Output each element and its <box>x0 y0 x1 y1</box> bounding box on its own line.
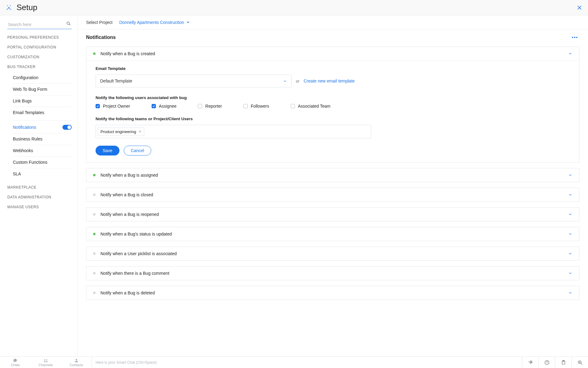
sidebar-cat-bug-tracker[interactable]: BUG TRACKER <box>7 65 72 69</box>
sidebar-cat-manage-users[interactable]: MANAGE USERS <box>7 205 72 209</box>
sidebar-cat-marketplace[interactable]: MARKETPLACE <box>7 185 72 190</box>
channels-icon <box>43 358 48 363</box>
rule-card: Notify when there is a Bug comment <box>86 266 579 280</box>
rule-card: Notify when a Bug is deleted <box>86 286 579 300</box>
search-input[interactable] <box>7 20 72 29</box>
sidebar-item-notifications-label: Notifications <box>13 125 36 130</box>
checkbox-followers[interactable]: Followers <box>243 104 269 109</box>
rule-card-head[interactable]: Notify when there is a Bug comment <box>86 266 579 280</box>
sidebar-item-web-to-bug-form[interactable]: Web To Bug Form <box>13 83 72 95</box>
sidebar-cat-portal[interactable]: PORTAL CONFIGURATION <box>7 45 72 49</box>
status-dot <box>93 292 96 294</box>
rule-card-head[interactable]: Notify when a Bug is assigned <box>86 168 579 182</box>
checkbox-reporter-label: Reporter <box>205 104 222 109</box>
project-selector[interactable]: Donnelly Apartments Construction <box>119 20 190 25</box>
sidebar-cat-personal[interactable]: PERSONAL PREFERENCES <box>7 35 72 40</box>
search-icon[interactable] <box>66 21 71 26</box>
chevron-down-icon <box>568 173 572 177</box>
sidebar-item-sla[interactable]: SLA <box>13 168 72 180</box>
content: Select Project Donnelly Apartments Const… <box>77 15 588 356</box>
create-email-template-link[interactable]: Create new email template <box>304 79 355 83</box>
topbar: Setup <box>0 0 588 15</box>
checkbox-followers-label: Followers <box>251 104 269 109</box>
bottom-tab-chats[interactable]: Chats <box>0 357 31 368</box>
rule-title: Notify when a Bug is assigned <box>100 173 158 178</box>
checkbox-assignee[interactable]: Assignee <box>152 104 177 109</box>
checkbox-project-owner[interactable]: Project Owner <box>96 104 130 109</box>
or-text: or <box>296 79 300 83</box>
help-icon[interactable] <box>538 357 555 368</box>
bug-tracker-items: Configuration Web To Bug Form Link Bugs … <box>13 72 72 180</box>
bottom-tab-contacts[interactable]: Contacts <box>61 357 92 368</box>
chip-remove-icon[interactable] <box>138 130 141 133</box>
teams-chip-input[interactable]: Product engineering <box>96 125 371 138</box>
sidebar-cat-data-administration[interactable]: DATA ADMINISTRATION <box>7 195 72 199</box>
svg-point-2 <box>46 359 47 360</box>
status-dot <box>93 233 96 235</box>
bottom-bar: Chats Channels Contacts Here is your Sma… <box>0 356 588 368</box>
notifications-toggle[interactable] <box>62 125 72 130</box>
status-dot <box>93 252 96 255</box>
chevron-up-icon <box>568 52 572 56</box>
chevron-down-icon <box>568 193 572 197</box>
rule-card: Notify when a Bug's status is updated <box>86 227 579 241</box>
chip-product-engineering: Product engineering <box>98 128 144 136</box>
rule-title: Notify when a Bug is deleted <box>100 290 155 295</box>
rule-title: Notify when a Bug is closed <box>100 192 153 197</box>
chevron-down-icon <box>568 291 572 295</box>
close-icon[interactable] <box>576 5 582 11</box>
checkbox-reporter[interactable]: Reporter <box>198 104 222 109</box>
notify-teams-label: Notify the following teams or Project/Cl… <box>96 117 570 121</box>
rule-card-head[interactable]: Notify when a Bug's status is updated <box>86 227 579 241</box>
checkbox-associated-team[interactable]: Associated Team <box>291 104 330 109</box>
more-menu-icon[interactable]: ••• <box>571 34 579 41</box>
save-button[interactable]: Save <box>96 146 119 155</box>
chevron-down-icon <box>568 251 572 256</box>
project-selector-value: Donnelly Apartments Construction <box>119 20 184 25</box>
rule-card-head[interactable]: Notify when a Bug is created <box>86 47 579 60</box>
status-dot <box>93 213 96 216</box>
rule-card-head[interactable]: Notify when a Bug is deleted <box>86 286 579 300</box>
rule-card-head[interactable]: Notify when a User picklist is associate… <box>86 247 579 260</box>
sidebar-item-configuration[interactable]: Configuration <box>13 72 72 83</box>
chevron-down-icon <box>568 232 572 236</box>
sidebar-cat-customization[interactable]: CUSTOMIZATION <box>7 55 72 59</box>
checkbox-project-owner-label: Project Owner <box>103 104 130 109</box>
rule-title: Notify when a Bug is reopened <box>100 212 159 217</box>
sidebar-item-notifications[interactable]: Notifications <box>13 120 72 133</box>
sidebar-item-webhooks[interactable]: Webhooks <box>13 145 72 156</box>
chevron-down-icon <box>568 212 572 217</box>
svg-point-3 <box>76 359 77 360</box>
plug-icon[interactable] <box>522 357 538 368</box>
project-selector-bar: Select Project Donnelly Apartments Const… <box>77 15 588 29</box>
bottom-tab-channels[interactable]: Channels <box>31 357 61 368</box>
sidebar-item-email-templates[interactable]: Email Templates <box>13 107 72 118</box>
setup-sidebar: PERSONAL PREFERENCES PORTAL CONFIGURATIO… <box>0 15 77 356</box>
clipboard-icon[interactable] <box>555 357 571 368</box>
rule-card: Notify when a User picklist is associate… <box>86 247 579 261</box>
checkbox-associated-team-label: Associated Team <box>298 104 330 109</box>
email-template-label: Email Template <box>96 66 570 71</box>
caret-down-icon <box>187 21 190 24</box>
rule-card-head[interactable]: Notify when a Bug is closed <box>86 188 579 201</box>
smart-chat-hint[interactable]: Here is your Smart Chat (Ctrl+Space) <box>92 360 522 365</box>
zoom-icon[interactable] <box>571 357 588 368</box>
rule-card-bug-created: Notify when a Bug is created Email Templ… <box>86 47 579 163</box>
bottom-tab-channels-label: Channels <box>39 363 53 367</box>
notify-users-label: Notify the following users associated wi… <box>96 95 570 100</box>
status-dot <box>93 52 96 55</box>
rule-title: Notify when a Bug's status is updated <box>100 232 172 236</box>
bottom-tab-contacts-label: Contacts <box>70 363 83 367</box>
sidebar-item-custom-functions[interactable]: Custom Functions <box>13 156 72 168</box>
cancel-button[interactable]: Cancel <box>124 146 151 155</box>
rule-card-head[interactable]: Notify when a Bug is reopened <box>86 208 579 221</box>
checkbox-assignee-label: Assignee <box>159 104 177 109</box>
rule-title: Notify when a Bug is created <box>100 51 155 56</box>
bottom-tab-chats-label: Chats <box>11 363 20 367</box>
sidebar-item-link-bugs[interactable]: Link Bugs <box>13 95 72 107</box>
status-dot <box>93 272 96 274</box>
sidebar-item-business-rules[interactable]: Business Rules <box>13 133 72 145</box>
email-template-select[interactable]: Default Template <box>96 75 292 87</box>
chat-icon <box>13 358 17 363</box>
email-template-value: Default Template <box>100 79 132 83</box>
